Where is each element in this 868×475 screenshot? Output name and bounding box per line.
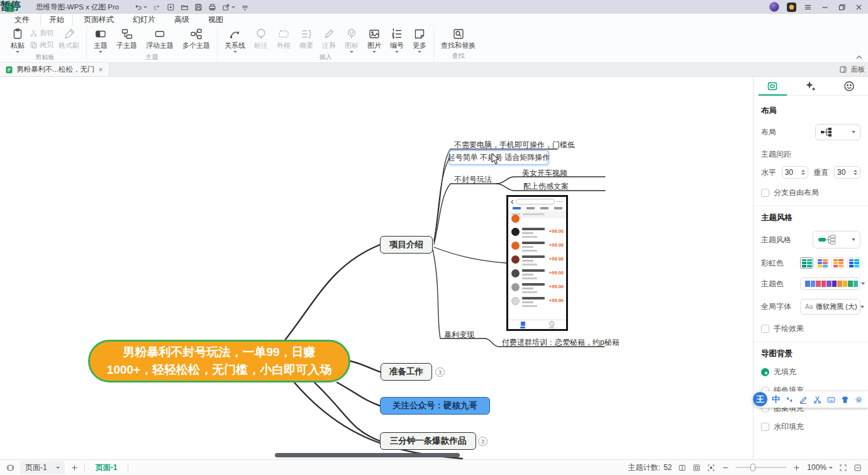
topic-button[interactable]: 主题	[90, 26, 111, 54]
save-button[interactable]	[194, 3, 203, 11]
fit-window-icon[interactable]	[693, 464, 701, 472]
picture-button[interactable]: 图片	[364, 26, 385, 54]
hand-drawn-checkbox[interactable]	[761, 325, 769, 333]
child-node-no-pc-needed[interactable]: 不需要电脑，手机即可操作，门槛低	[454, 140, 575, 150]
collapse-statusbar-icon[interactable]	[854, 464, 862, 472]
page-selector-dropdown[interactable]: 页面-1	[20, 461, 65, 474]
floating-topic-button[interactable]: 浮动主题	[142, 26, 177, 52]
window-menu-icon[interactable]	[804, 3, 812, 11]
svip-badge-icon[interactable]	[787, 3, 796, 12]
ime-language-toggle[interactable]: 中	[772, 394, 780, 405]
add-page-icon[interactable]	[70, 464, 79, 472]
collapsed-count-badge[interactable]: 3	[478, 437, 487, 446]
vertical-spacing-input[interactable]	[837, 168, 851, 177]
menu-slides[interactable]: 幻灯片	[125, 14, 164, 26]
comment-button[interactable]: 注释	[318, 26, 340, 52]
ime-handwriting-icon[interactable]	[799, 396, 808, 404]
watermark-fill-radio[interactable]	[761, 423, 769, 431]
horizontal-spacing-input[interactable]	[785, 168, 799, 177]
rainbow-option-warm[interactable]	[832, 257, 845, 269]
share-dropdown-icon[interactable]	[231, 6, 235, 8]
active-page-tab[interactable]: 页面-1	[91, 462, 123, 473]
ime-punctuation-icon[interactable]	[786, 396, 794, 404]
rainbow-option-multicolor[interactable]	[816, 257, 829, 269]
redo-button[interactable]	[153, 3, 161, 11]
center-map-icon[interactable]	[707, 464, 715, 472]
panel-toggle-icon[interactable]	[839, 65, 847, 74]
restore-icon[interactable]	[838, 3, 846, 11]
icon-mark-button[interactable]: 图标	[341, 26, 362, 54]
menu-file[interactable]: 文件	[6, 14, 38, 26]
fullscreen-icon[interactable]	[839, 464, 847, 472]
menu-advanced[interactable]: 高级	[166, 14, 198, 26]
user-avatar[interactable]	[769, 2, 779, 12]
grandchild-node-paid-training[interactable]: 付费进群培训：恋爱秘籍，约p秘籍	[502, 337, 620, 348]
more-insert-button[interactable]: 更多	[409, 26, 430, 54]
rainbow-option-cool[interactable]	[847, 257, 860, 269]
minimize-icon[interactable]	[821, 3, 829, 11]
branch-node-three-minutes[interactable]: 三分钟一条爆款作品	[380, 432, 476, 450]
document-tab[interactable]: 男粉暴利不...松松，无门 ×	[0, 63, 109, 76]
no-fill-radio[interactable]	[761, 368, 769, 376]
recorder-pause-overlay[interactable]: 暂停	[0, 0, 20, 13]
print-button[interactable]	[208, 3, 216, 11]
callout-button[interactable]: 标注	[250, 26, 272, 52]
global-font-dropdown[interactable]: Aa 微软雅黑 (大)	[800, 299, 860, 315]
numbering-button[interactable]: 编号	[386, 26, 408, 54]
panel-toggle-label[interactable]: 面板	[851, 65, 865, 74]
central-topic-node[interactable]: 男粉暴利不封号玩法，一单99，日赚1000+，轻轻松松，无门槛，小白即可入场	[88, 340, 350, 383]
mindmap-canvas[interactable]: 男粉暴利不封号玩法，一单99，日赚1000+，轻轻松松，无门槛，小白即可入场 项…	[0, 77, 753, 459]
close-window-icon[interactable]	[855, 3, 863, 11]
menu-home[interactable]: 开始	[40, 13, 73, 26]
multiple-topics-button[interactable]: 多个主题	[179, 26, 214, 52]
menu-view[interactable]: 视图	[200, 14, 231, 26]
zoom-level-dropdown[interactable]: 100%	[807, 463, 833, 472]
customize-toolbar-button[interactable]	[241, 3, 249, 11]
branch-node-project-intro[interactable]: 项目介绍	[380, 236, 433, 254]
ime-keyboard-icon[interactable]	[827, 396, 835, 404]
paste-button[interactable]: 粘贴	[7, 26, 28, 54]
find-replace-button[interactable]: 查找和替换	[437, 26, 479, 52]
theme-color-dropdown[interactable]	[800, 277, 860, 290]
undo-button[interactable]	[134, 3, 147, 11]
branch-node-preparation[interactable]: 准备工作	[381, 363, 432, 381]
cut-button[interactable]: 剪切	[30, 28, 53, 38]
horizontal-spacing-stepper[interactable]	[782, 166, 808, 179]
zoom-in-icon[interactable]	[793, 464, 801, 472]
zoom-slider[interactable]	[736, 467, 786, 468]
collapsed-count-badge[interactable]: 3	[435, 367, 445, 377]
collapse-ribbon-icon[interactable]	[855, 55, 863, 60]
ime-cut-icon[interactable]	[813, 396, 821, 404]
open-file-button[interactable]	[181, 3, 189, 11]
boundary-button[interactable]: 外框	[273, 26, 294, 52]
tab-ai[interactable]	[792, 77, 830, 95]
canvas-horizontal-scrollbar[interactable]	[275, 453, 460, 457]
ime-settings-icon[interactable]	[855, 396, 863, 404]
close-tab-icon[interactable]: ×	[99, 65, 103, 74]
outline-view-icon[interactable]	[678, 464, 686, 472]
relationship-button[interactable]: 关系线	[221, 26, 249, 54]
undo-dropdown-icon[interactable]	[143, 6, 147, 8]
rainbow-option-green[interactable]	[800, 257, 813, 269]
free-layout-checkbox[interactable]	[761, 189, 769, 197]
grandchild-node-beauty-video[interactable]: 美女开车视频	[522, 168, 567, 179]
subtopic-button[interactable]: 子主题	[113, 26, 141, 52]
format-painter-button[interactable]: 格式刷	[55, 26, 83, 52]
grandchild-node-sad-caption[interactable]: 配上伤感文案	[523, 181, 569, 192]
ime-logo-badge[interactable]: 王	[752, 391, 768, 407]
tab-emoji[interactable]	[830, 77, 868, 95]
phone-screenshot-image[interactable]: ··· +99.00 +99.00	[506, 195, 568, 331]
new-file-button[interactable]	[167, 3, 175, 11]
menu-page-style[interactable]: 页面样式	[75, 14, 122, 26]
copy-button[interactable]: 拷贝	[30, 40, 53, 50]
child-node-profit[interactable]: 暴利变现	[444, 330, 474, 340]
ime-skin-icon[interactable]	[841, 396, 849, 404]
share-button[interactable]	[222, 3, 235, 11]
vertical-spacing-stepper[interactable]	[834, 166, 860, 179]
zoom-out-icon[interactable]	[721, 464, 730, 472]
child-node-no-ban-play[interactable]: 不封号玩法	[454, 174, 492, 185]
zoom-slider-thumb[interactable]	[750, 464, 755, 471]
branch-node-official-account[interactable]: 关注公众号：硬核九哥	[380, 397, 490, 415]
slide-panel-icon[interactable]	[6, 464, 14, 472]
summary-button[interactable]: 概要	[296, 26, 317, 52]
